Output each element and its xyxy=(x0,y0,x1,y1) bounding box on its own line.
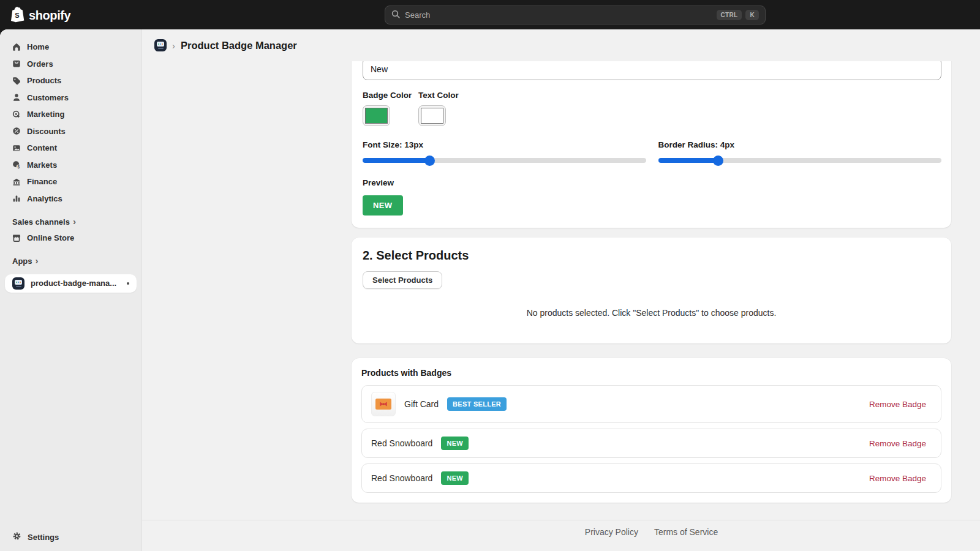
discounts-percent-icon xyxy=(12,127,21,135)
sidebar-item-label: Discounts xyxy=(27,127,66,136)
sidebar-item-label: Orders xyxy=(27,59,53,69)
sales-channels-header[interactable]: Sales channels › xyxy=(5,214,137,230)
remove-badge-link[interactable]: Remove Badge xyxy=(869,400,926,409)
privacy-policy-link[interactable]: Privacy Policy xyxy=(585,527,638,537)
apps-label: Apps xyxy=(12,257,32,266)
sidebar-item-label: product-badge-mana... xyxy=(31,279,116,288)
sidebar-item-home[interactable]: Home xyxy=(5,39,137,56)
main-area: › Product Badge Manager Badge Color xyxy=(142,29,980,551)
breadcrumb: › Product Badge Manager xyxy=(142,29,980,61)
preview-badge: NEW xyxy=(363,195,403,216)
border-radius-slider[interactable] xyxy=(658,158,942,163)
sidebar-item-customers[interactable]: Customers xyxy=(5,89,137,107)
badge-designer-card: Badge Color Text Color xyxy=(352,61,951,228)
sidebar-item-label: Home xyxy=(27,42,49,51)
products-with-badges-card: Products with Badges Gift Card BEST SELL xyxy=(352,358,951,503)
marketing-target-icon xyxy=(12,110,21,119)
sidebar-item-analytics[interactable]: Analytics xyxy=(5,190,137,208)
text-color-swatch xyxy=(421,108,443,124)
home-icon xyxy=(12,43,21,51)
footer: Privacy Policy Terms of Service xyxy=(142,520,980,544)
online-store-icon xyxy=(12,234,21,242)
orders-icon xyxy=(12,59,21,68)
remove-badge-link[interactable]: Remove Badge xyxy=(869,439,926,448)
sales-channels-label: Sales channels xyxy=(12,217,70,227)
sidebar-item-orders[interactable]: Orders xyxy=(5,56,137,73)
sidebar-item-label: Products xyxy=(27,76,61,85)
page-title: Product Badge Manager xyxy=(181,40,297,51)
font-size-slider[interactable] xyxy=(363,158,646,163)
text-color-picker[interactable] xyxy=(418,105,446,126)
svg-text:$: $ xyxy=(17,165,20,169)
app-active-dot xyxy=(127,282,129,285)
chevron-right-icon: › xyxy=(172,40,175,51)
settings-gear-icon xyxy=(12,531,21,542)
sidebar-item-label: Analytics xyxy=(27,194,62,203)
search-icon xyxy=(391,10,400,21)
badge-color-swatch xyxy=(365,108,388,124)
customers-person-icon xyxy=(12,93,21,102)
sidebar-item-discounts[interactable]: Discounts xyxy=(5,123,137,140)
shortcut-ctrl-key: CTRL xyxy=(717,10,742,20)
font-size-label: Font Size: 13px xyxy=(363,140,646,149)
sidebar-item-label: Markets xyxy=(27,160,57,170)
analytics-bars-icon xyxy=(12,194,21,203)
app-frame: Home Orders Products Customers Marketing… xyxy=(0,29,980,551)
border-radius-label: Border Radius: 4px xyxy=(658,140,942,149)
chevron-right-icon: › xyxy=(36,256,39,265)
select-products-card: 2. Select Products Select Products No pr… xyxy=(352,238,951,343)
terms-of-service-link[interactable]: Terms of Service xyxy=(654,527,718,537)
sidebar-item-label: Finance xyxy=(27,177,57,186)
content-scroll-area[interactable]: Badge Color Text Color xyxy=(142,61,980,551)
select-products-title: 2. Select Products xyxy=(363,249,940,263)
chevron-right-icon: › xyxy=(73,217,76,226)
badge-color-label: Badge Color xyxy=(363,91,418,100)
badge-text-input[interactable] xyxy=(363,61,941,80)
sidebar-item-label: Marketing xyxy=(27,110,64,119)
text-color-label: Text Color xyxy=(418,91,474,100)
sidebar-item-product-badge-manager[interactable]: product-badge-mana... xyxy=(5,274,137,293)
products-with-badges-title: Products with Badges xyxy=(361,368,941,378)
remove-badge-link[interactable]: Remove Badge xyxy=(869,474,926,483)
product-thumbnail xyxy=(371,392,396,416)
gift-card-image xyxy=(375,399,391,410)
products-tag-icon xyxy=(12,77,21,85)
product-name: Red Snowboard xyxy=(371,473,432,483)
sidebar-item-label: Customers xyxy=(27,93,69,102)
content-image-icon xyxy=(12,144,21,152)
sidebar: Home Orders Products Customers Marketing… xyxy=(0,29,142,551)
product-row: Red Snowboard NEW Remove Badge xyxy=(361,463,941,493)
topbar: S shopify Search CTRL K xyxy=(0,0,980,29)
sidebar-item-online-store[interactable]: Online Store xyxy=(5,230,137,247)
sidebar-item-finance[interactable]: Finance xyxy=(5,173,137,190)
shortcut-k-key: K xyxy=(745,10,759,20)
sidebar-item-content[interactable]: Content xyxy=(5,140,137,157)
sidebar-item-label: Settings xyxy=(28,533,59,542)
search-input[interactable]: Search CTRL K xyxy=(385,6,766,24)
product-row: Gift Card BEST SELLER Remove Badge xyxy=(361,385,941,423)
markets-globe-icon: $ xyxy=(12,160,21,169)
product-name: Red Snowboard xyxy=(371,438,432,448)
shopify-logo: S shopify xyxy=(10,6,70,25)
sidebar-item-products[interactable]: Products xyxy=(5,72,137,89)
apps-header[interactable]: Apps › xyxy=(5,253,137,269)
product-badge: BEST SELLER xyxy=(447,397,507,411)
shopify-bag-icon: S xyxy=(10,6,25,25)
select-products-button[interactable]: Select Products xyxy=(363,271,442,289)
badge-color-picker[interactable] xyxy=(363,105,390,126)
app-icon xyxy=(154,39,167,51)
sidebar-item-marketing[interactable]: Marketing xyxy=(5,106,137,123)
empty-products-message: No products selected. Click "Select Prod… xyxy=(363,308,940,318)
search-placeholder: Search xyxy=(405,10,713,20)
sidebar-item-markets[interactable]: $ Markets xyxy=(5,157,137,174)
product-name: Gift Card xyxy=(404,399,439,409)
sidebar-item-settings[interactable]: Settings xyxy=(5,528,137,546)
svg-text:S: S xyxy=(15,12,19,19)
logo-wordmark: shopify xyxy=(29,9,70,23)
preview-label: Preview xyxy=(363,178,941,187)
product-badge: NEW xyxy=(441,471,469,485)
sidebar-item-label: Content xyxy=(27,143,57,152)
product-row: Red Snowboard NEW Remove Badge xyxy=(361,429,941,458)
finance-bank-icon xyxy=(12,178,21,186)
app-icon xyxy=(12,277,24,290)
